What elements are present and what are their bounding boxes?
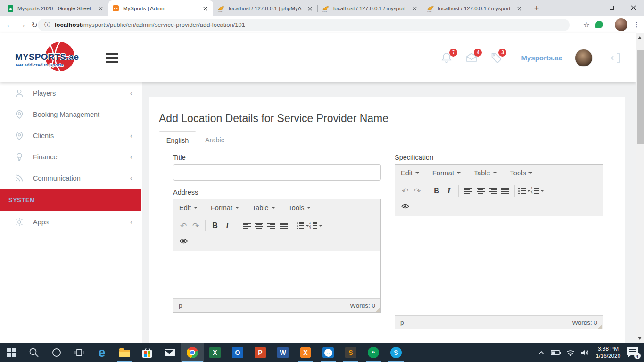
element-path[interactable]: p bbox=[179, 302, 182, 309]
start-button[interactable] bbox=[0, 343, 23, 362]
align-justify-button[interactable] bbox=[499, 185, 511, 197]
italic-button[interactable]: I bbox=[443, 185, 455, 197]
notifications-button[interactable]: 7 bbox=[441, 52, 453, 64]
bold-button[interactable]: B bbox=[209, 220, 221, 232]
align-center-button[interactable] bbox=[474, 185, 487, 197]
taskbar-xampp-button[interactable]: X bbox=[294, 343, 317, 362]
wifi-indicator[interactable] bbox=[564, 343, 577, 362]
taskbar-hangouts-button[interactable]: “ bbox=[362, 343, 385, 362]
address-editor-content[interactable] bbox=[173, 251, 380, 298]
menu-edit[interactable]: Edit bbox=[401, 169, 419, 177]
sidebar-item-booking-management[interactable]: Booking Management bbox=[0, 104, 141, 125]
url-omnibox[interactable]: ⓘ localhost/mysports/public/en/admin/ser… bbox=[38, 19, 570, 31]
browser-tab-mysports-admin[interactable]: MySports | Admin bbox=[108, 0, 213, 16]
bullet-list-button[interactable] bbox=[518, 185, 531, 197]
user-avatar[interactable] bbox=[575, 49, 593, 67]
sidebar-item-finance[interactable]: Finance ‹ bbox=[0, 146, 141, 167]
align-left-button[interactable] bbox=[240, 220, 253, 232]
redo-button[interactable]: ↷ bbox=[411, 185, 423, 197]
browser-menu-icon[interactable]: ⋮ bbox=[633, 20, 640, 29]
numbered-list-button[interactable]: 123 bbox=[531, 185, 544, 197]
taskbar-skype-button[interactable]: S bbox=[385, 343, 407, 362]
resize-handle-icon[interactable] bbox=[376, 307, 380, 312]
tab-english[interactable]: English bbox=[159, 131, 196, 149]
taskbar-store-button[interactable] bbox=[136, 343, 158, 362]
window-maximize-button[interactable] bbox=[601, 0, 622, 16]
taskbar-edge-button[interactable]: e bbox=[91, 343, 113, 362]
volume-indicator[interactable] bbox=[578, 343, 591, 362]
menu-table[interactable]: Table bbox=[252, 204, 275, 212]
browser-tab-phpmyadmin-2[interactable]: PMA localhost / 127.0.0.1 / mysport bbox=[318, 0, 422, 16]
element-path[interactable]: p bbox=[400, 319, 404, 326]
taskbar-word-button[interactable]: W bbox=[272, 343, 294, 362]
messages-button[interactable]: 4 bbox=[465, 52, 478, 64]
bullet-list-button[interactable] bbox=[297, 220, 309, 232]
align-right-button[interactable] bbox=[265, 220, 277, 232]
new-tab-button[interactable]: + bbox=[530, 2, 543, 15]
taskbar-teamviewer-button[interactable]: ↔ bbox=[317, 343, 339, 362]
sidebar-toggle-button[interactable] bbox=[106, 53, 118, 63]
scroll-up-icon[interactable] bbox=[638, 36, 642, 39]
specification-editor-content[interactable] bbox=[395, 216, 603, 315]
align-right-button[interactable] bbox=[487, 185, 499, 197]
extension-icon[interactable] bbox=[595, 21, 603, 28]
menu-format[interactable]: Format bbox=[432, 169, 461, 177]
taskbar-chrome-button[interactable] bbox=[181, 343, 204, 362]
forward-button[interactable]: → bbox=[16, 19, 28, 31]
menu-table[interactable]: Table bbox=[474, 169, 497, 177]
scrollbar-thumb[interactable] bbox=[637, 50, 644, 144]
menu-edit[interactable]: Edit bbox=[179, 204, 198, 212]
tab-close-icon[interactable] bbox=[201, 5, 209, 12]
taskbar-search-button[interactable] bbox=[23, 343, 45, 362]
account-name[interactable]: Mysports.ae bbox=[521, 54, 562, 62]
back-button[interactable]: ← bbox=[4, 19, 16, 31]
taskbar-excel-button[interactable]: X bbox=[204, 343, 226, 362]
page-info-icon[interactable]: ⓘ bbox=[44, 21, 50, 29]
logout-icon[interactable] bbox=[610, 52, 622, 64]
undo-button[interactable]: ↶ bbox=[399, 185, 411, 197]
bookmark-star-icon[interactable]: ☆ bbox=[583, 20, 590, 29]
numbered-list-button[interactable]: 123 bbox=[309, 220, 322, 232]
sidebar-item-apps[interactable]: Apps ‹ bbox=[0, 211, 141, 232]
undo-button[interactable]: ↶ bbox=[177, 220, 190, 232]
italic-button[interactable]: I bbox=[221, 220, 233, 232]
offers-button[interactable]: 3 bbox=[490, 52, 502, 64]
action-center-button[interactable]: 4 bbox=[625, 343, 641, 362]
window-close-button[interactable] bbox=[622, 0, 644, 16]
preview-button[interactable] bbox=[177, 235, 190, 247]
menu-tools[interactable]: Tools bbox=[510, 169, 533, 177]
resize-handle-icon[interactable] bbox=[598, 324, 602, 329]
sidebar-item-communication[interactable]: Communication ‹ bbox=[0, 167, 141, 189]
align-justify-button[interactable] bbox=[277, 220, 289, 232]
align-center-button[interactable] bbox=[253, 220, 265, 232]
browser-tab-phpmyadmin-1[interactable]: PMA localhost / 127.0.0.1 | phpMyA bbox=[213, 0, 318, 16]
taskbar-sublime-button[interactable]: S bbox=[339, 343, 362, 362]
title-input[interactable] bbox=[173, 164, 381, 181]
preview-button[interactable] bbox=[399, 200, 411, 212]
battery-indicator[interactable] bbox=[549, 343, 562, 362]
taskbar-clock[interactable]: 3:38 PM 1/16/2020 bbox=[593, 346, 623, 360]
scroll-down-icon[interactable] bbox=[638, 337, 642, 340]
taskbar-powerpoint-button[interactable]: P bbox=[249, 343, 272, 362]
browser-tab-sheets[interactable]: Mysports 2020 - Google Sheet bbox=[4, 0, 108, 16]
taskbar-mail-button[interactable] bbox=[158, 343, 181, 362]
tab-close-icon[interactable] bbox=[411, 5, 418, 12]
menu-tools[interactable]: Tools bbox=[289, 204, 311, 212]
browser-profile-avatar[interactable] bbox=[615, 18, 627, 31]
redo-button[interactable]: ↷ bbox=[190, 220, 202, 232]
tab-close-icon[interactable] bbox=[97, 5, 104, 12]
sidebar-item-clients[interactable]: Clients ‹ bbox=[0, 125, 141, 146]
taskbar-file-explorer-button[interactable] bbox=[113, 343, 136, 362]
tab-close-icon[interactable] bbox=[306, 5, 314, 12]
browser-tab-phpmyadmin-3[interactable]: PMA localhost / 127.0.0.1 / mysport bbox=[422, 0, 527, 16]
page-scrollbar[interactable] bbox=[636, 33, 644, 343]
sidebar-item-players[interactable]: Players ‹ bbox=[0, 82, 141, 104]
mysports-logo[interactable]: MYSPORTS.ae Get addicted to Sports bbox=[14, 39, 97, 77]
align-left-button[interactable] bbox=[462, 185, 474, 197]
tab-close-icon[interactable] bbox=[515, 5, 523, 12]
task-view-button[interactable] bbox=[68, 343, 91, 362]
tab-arabic[interactable]: Arabic bbox=[196, 131, 233, 149]
tray-expand-button[interactable] bbox=[535, 343, 547, 362]
menu-format[interactable]: Format bbox=[211, 204, 239, 212]
window-minimize-button[interactable] bbox=[579, 0, 601, 16]
